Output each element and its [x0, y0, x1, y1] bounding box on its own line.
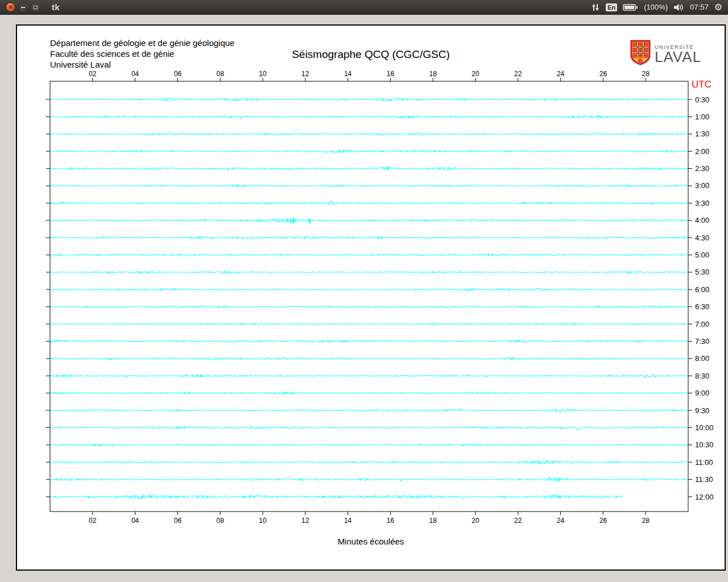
x-axis-label: Minutes écoulées: [17, 537, 725, 546]
x-tick-label-top: 10: [259, 70, 267, 78]
x-tick-label-top: 28: [642, 70, 650, 78]
row-utc-label: 1:30: [695, 130, 709, 138]
maximize-button[interactable]: [31, 2, 40, 12]
x-tick-label-top: 12: [301, 70, 309, 78]
seismogram-trace-row-16: [50, 375, 688, 378]
row-utc-label: 10:30: [695, 440, 714, 449]
x-tick-label-bottom: 06: [174, 517, 182, 525]
battery-percent-label: (100%): [644, 3, 668, 11]
seismogram-trace-row-3: [50, 149, 688, 153]
minimize-button[interactable]: [18, 2, 28, 12]
window-titlebar: ✕ tk En (100%): [0, 0, 728, 15]
seismogram-trace-row-11: [50, 288, 688, 291]
row-utc-label: 8:30: [695, 372, 709, 380]
battery-icon[interactable]: [623, 3, 638, 11]
x-tick-label-top: 20: [471, 70, 479, 78]
row-utc-label: 2:00: [695, 147, 709, 156]
x-tick-label-bottom: 12: [301, 517, 309, 525]
x-tick-label-bottom: 02: [89, 517, 97, 525]
x-tick-label-bottom: 08: [217, 517, 225, 525]
seismogram-trace-row-9: [50, 253, 688, 256]
seismogram-trace-row-14: [50, 340, 688, 343]
seismogram-trace-row-8: [50, 236, 688, 239]
x-tick-label-top: 22: [514, 70, 522, 78]
x-tick-label-top: 24: [557, 70, 565, 78]
x-tick-label-bottom: 24: [557, 517, 565, 525]
row-utc-label: 9:30: [695, 406, 709, 415]
x-tick-label-top: 26: [599, 70, 607, 78]
x-tick-label-top: 02: [89, 70, 97, 78]
minimize-icon: [21, 7, 25, 8]
seismogram-trace-row-17: [50, 392, 688, 394]
keyboard-layout-indicator[interactable]: En: [606, 3, 617, 11]
network-arrows-icon[interactable]: [591, 3, 600, 12]
seismogram-trace-row-4: [50, 167, 688, 171]
session-gear-icon[interactable]: ⚙: [714, 3, 722, 12]
row-utc-label: 3:30: [695, 199, 709, 207]
x-tick-label-bottom: 14: [344, 517, 352, 525]
x-tick-label-top: 08: [217, 70, 225, 78]
x-tick-label-bottom: 16: [387, 517, 395, 525]
row-utc-label: 5:30: [695, 268, 709, 276]
row-utc-label: 11:00: [695, 458, 713, 467]
row-utc-label: 9:00: [695, 389, 709, 397]
row-utc-label: 7:30: [695, 337, 709, 346]
row-utc-label: 6:00: [695, 285, 709, 294]
seismogram-trace-row-0: [50, 98, 688, 101]
seismogram-trace-row-22: [50, 477, 688, 482]
volume-icon[interactable]: [673, 3, 684, 11]
row-utc-label: 2:30: [695, 164, 709, 173]
row-utc-label: 12:00: [695, 493, 714, 501]
row-utc-label: 6:30: [695, 302, 709, 311]
x-tick-label-bottom: 10: [259, 517, 267, 525]
x-tick-label-top: 16: [387, 70, 395, 78]
seismogram-trace-row-6: [50, 201, 688, 205]
seismogram-trace-row-2: [50, 133, 688, 136]
row-utc-label: 5:00: [695, 251, 709, 259]
seismogram-trace-row-13: [50, 323, 688, 326]
plot-frame: [50, 81, 688, 512]
system-tray: En (100%) 07:57 ⚙: [591, 3, 722, 12]
seismogram-trace-row-21: [50, 460, 688, 464]
x-tick-label-bottom: 18: [429, 517, 437, 525]
x-tick-label-top: 18: [429, 70, 437, 78]
row-utc-label: 7:00: [695, 320, 709, 329]
seismogram-trace-row-18: [50, 409, 688, 412]
row-utc-label: 3:00: [695, 181, 709, 190]
seismogram-trace-row-10: [50, 271, 688, 274]
seismogram-trace-row-19: [50, 427, 688, 430]
maximize-icon: [34, 6, 38, 9]
x-tick-label-top: 06: [174, 70, 182, 78]
desktop-screen: ✕ tk En (100%): [0, 0, 728, 582]
seismogram-trace-row-12: [50, 306, 688, 309]
row-utc-label: 10:00: [695, 423, 714, 432]
x-tick-label-bottom: 22: [514, 517, 522, 525]
seismogram-trace-row-5: [50, 184, 688, 187]
seismogram-trace-row-15: [50, 357, 688, 360]
row-utc-label: 4:00: [695, 216, 709, 225]
close-button[interactable]: ✕: [6, 2, 15, 12]
seismograph-canvas: Département de géologie et de génie géol…: [16, 24, 726, 571]
window-title: tk: [52, 2, 60, 12]
seismogram-plot: 0202040406060808101012121414161618182020…: [17, 26, 725, 569]
row-utc-label: 8:00: [695, 354, 709, 363]
x-tick-label-top: 14: [344, 70, 352, 78]
row-utc-label: 1:00: [695, 113, 709, 121]
x-tick-label-top: 04: [131, 70, 139, 78]
row-utc-label: 11:30: [695, 475, 713, 484]
seismogram-trace-row-1: [50, 115, 688, 119]
x-tick-label-bottom: 28: [642, 517, 650, 525]
x-tick-label-bottom: 04: [131, 517, 139, 525]
row-utc-label: 4:30: [695, 234, 709, 242]
row-utc-label: 0:30: [695, 95, 709, 104]
seismogram-trace-row-23: [50, 494, 622, 498]
seismogram-trace-row-7: [50, 218, 688, 224]
x-tick-label-bottom: 26: [599, 517, 607, 525]
clock-label[interactable]: 07:57: [690, 3, 709, 11]
x-tick-label-bottom: 20: [471, 517, 479, 525]
seismogram-trace-row-20: [50, 443, 688, 446]
